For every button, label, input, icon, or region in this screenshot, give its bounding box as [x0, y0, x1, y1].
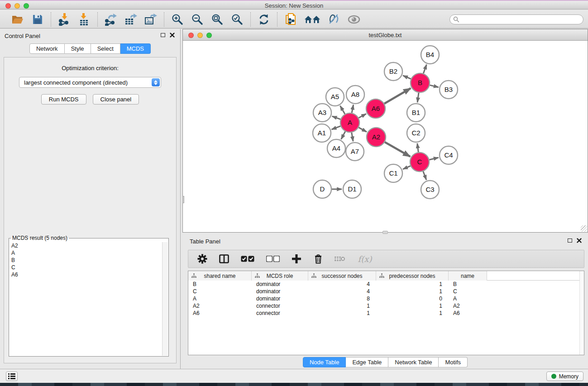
column-sort-icon[interactable]	[255, 273, 260, 278]
memory-button[interactable]: Memory	[546, 372, 583, 381]
column-sort-icon[interactable]	[379, 273, 384, 278]
tab-edge-table[interactable]: Edge Table	[346, 357, 388, 367]
search-input[interactable]	[449, 14, 583, 24]
cell-name[interactable]: C	[449, 288, 487, 295]
resize-grip[interactable]	[581, 225, 587, 232]
float-panel-icon[interactable]	[161, 33, 165, 37]
import-table-icon[interactable]	[77, 13, 91, 26]
column-header-shared-name[interactable]: shared name	[188, 271, 252, 281]
edge-A-A6[interactable]	[359, 114, 366, 118]
column-header-MCDS-role[interactable]: MCDS role	[252, 271, 308, 281]
graphics-details-icon[interactable]	[327, 13, 341, 26]
edge-A-A8[interactable]	[352, 105, 353, 113]
column-header-successor-nodes[interactable]: successor nodes	[308, 271, 376, 281]
cell-MCDS-role[interactable]: dominator	[252, 288, 308, 295]
zoom-fit-icon[interactable]	[210, 13, 224, 26]
edge-A2-C[interactable]	[385, 142, 410, 157]
edge-A-A5[interactable]	[340, 106, 345, 114]
close-table-panel-icon[interactable]	[577, 238, 582, 243]
cell-shared-name[interactable]: A	[188, 295, 252, 302]
export-image-icon[interactable]	[144, 13, 158, 26]
table-row[interactable]: Cdominator41C	[188, 288, 584, 295]
edge-A-A7[interactable]	[352, 133, 353, 142]
node-table[interactable]: shared nameMCDS rolesuccessor nodesprede…	[188, 271, 584, 355]
cell-MCDS-role[interactable]: dominator	[252, 281, 308, 288]
cell-predecessor-nodes[interactable]: 1	[376, 310, 449, 317]
function-builder-icon[interactable]: f(x)	[356, 253, 374, 265]
splitter-handle-bottom[interactable]	[382, 231, 388, 234]
export-network-icon[interactable]	[104, 13, 118, 26]
tab-style[interactable]: Style	[65, 43, 91, 54]
delete-column-trash-icon[interactable]	[312, 253, 324, 265]
cell-successor-nodes[interactable]: 8	[308, 295, 376, 302]
column-sort-icon[interactable]	[311, 273, 316, 278]
cell-shared-name[interactable]: B	[188, 281, 252, 288]
edge-A-A4[interactable]	[341, 131, 345, 139]
cell-predecessor-nodes[interactable]: 0	[376, 295, 449, 302]
edge-A-A2[interactable]	[359, 128, 367, 132]
open-file-icon[interactable]	[11, 13, 24, 26]
cell-successor-nodes[interactable]: 4	[308, 281, 376, 288]
cell-shared-name[interactable]: A2	[188, 302, 252, 310]
cell-MCDS-role[interactable]: connector	[252, 302, 308, 310]
cell-predecessor-nodes[interactable]: 1	[376, 281, 449, 288]
cell-MCDS-role[interactable]: dominator	[252, 295, 308, 302]
edge-B-B1[interactable]	[417, 93, 419, 102]
edge-C-C1[interactable]	[403, 166, 411, 169]
tab-node-table[interactable]: Node Table	[303, 357, 346, 367]
close-panel-button[interactable]: Close panel	[93, 94, 139, 105]
tab-network[interactable]: Network	[29, 43, 65, 54]
criterion-select[interactable]: largest connected component (directed)	[19, 77, 161, 88]
cell-successor-nodes[interactable]: 1	[308, 310, 376, 317]
table-settings-gear-icon[interactable]	[196, 253, 208, 265]
edge-B-B2[interactable]	[403, 76, 411, 79]
show-column-icon[interactable]	[218, 253, 230, 265]
result-item[interactable]: A2	[10, 242, 162, 249]
cell-shared-name[interactable]: C	[188, 288, 252, 295]
cell-predecessor-nodes[interactable]: 1	[376, 302, 449, 310]
eye-icon[interactable]	[347, 13, 361, 26]
cell-MCDS-role[interactable]: connector	[252, 310, 308, 317]
edge-C-C4[interactable]	[429, 157, 438, 160]
close-panel-icon[interactable]	[170, 33, 175, 38]
float-table-panel-icon[interactable]	[568, 238, 572, 243]
table-scrollbar[interactable]	[579, 271, 584, 355]
edge-A-A3[interactable]	[332, 116, 341, 119]
import-network-icon[interactable]	[57, 13, 71, 26]
tab-motifs[interactable]: Motifs	[439, 357, 468, 367]
tab-network-table[interactable]: Network Table	[388, 357, 439, 367]
cell-name[interactable]: A6	[449, 310, 487, 317]
cell-shared-name[interactable]: A6	[188, 310, 252, 317]
tab-mcds[interactable]: MCDS	[120, 43, 151, 54]
homes-icon[interactable]	[304, 13, 321, 26]
table-row[interactable]: A6connector11A6	[188, 310, 584, 317]
column-sort-icon[interactable]	[191, 273, 196, 278]
column-header-predecessor-nodes[interactable]: predecessor nodes	[376, 271, 449, 281]
edge-B-B3[interactable]	[430, 85, 438, 87]
tab-select[interactable]: Select	[91, 43, 120, 54]
clone-network-icon[interactable]	[284, 13, 297, 26]
edge-A-A1[interactable]	[332, 126, 341, 129]
splitter-handle-left[interactable]	[182, 196, 184, 203]
create-column-plus-icon[interactable]	[291, 253, 302, 265]
save-session-icon[interactable]	[31, 13, 44, 26]
network-canvas[interactable]: AA1A2A3A4A5A6A7A8BB1B2B3B4CC1C2C3C4DD1	[183, 41, 588, 232]
result-scrollbar[interactable]	[162, 242, 168, 356]
edge-C-C2[interactable]	[417, 143, 418, 152]
zoom-out-icon[interactable]	[191, 13, 204, 26]
edge-A6-B[interactable]	[384, 88, 411, 104]
cell-predecessor-nodes[interactable]: 1	[376, 288, 449, 295]
zoom-selected-icon[interactable]	[230, 13, 244, 26]
refresh-icon[interactable]	[257, 13, 271, 26]
result-item[interactable]: A6	[10, 271, 162, 278]
result-item[interactable]: A	[10, 249, 162, 257]
delete-table-icon[interactable]	[334, 253, 346, 265]
result-item[interactable]: B	[10, 257, 162, 264]
zoom-in-icon[interactable]	[171, 13, 184, 26]
result-item[interactable]: C	[10, 264, 162, 271]
cell-successor-nodes[interactable]: 4	[308, 288, 376, 295]
table-row[interactable]: Bdominator41B	[188, 281, 584, 288]
cell-name[interactable]: A	[449, 295, 487, 302]
column-header-name[interactable]: name	[449, 271, 487, 281]
deselect-all-icon[interactable]	[265, 253, 281, 265]
